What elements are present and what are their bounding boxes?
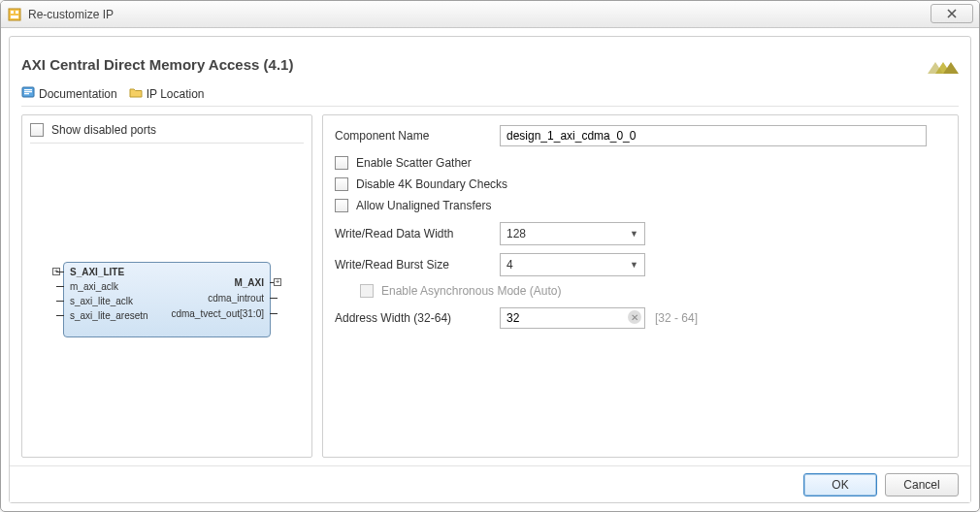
ok-button[interactable]: OK xyxy=(803,473,877,496)
show-disabled-ports-row: Show disabled ports xyxy=(30,123,304,144)
data-width-label: Write/Read Data Width xyxy=(335,227,500,240)
clear-icon[interactable]: ✕ xyxy=(628,310,641,324)
data-width-value: 128 xyxy=(506,227,526,240)
svg-rect-10 xyxy=(24,93,29,94)
disable-4k-row: Disable 4K Boundary Checks xyxy=(335,177,946,191)
folder-icon xyxy=(129,85,143,102)
component-name-label: Component Name xyxy=(335,129,500,143)
burst-size-label: Write/Read Burst Size xyxy=(335,258,500,272)
ip-block-preview: + S_AXI_LITE m_axi_aclk s_axi_lite_aclk … xyxy=(30,149,304,449)
xilinx-logo-icon xyxy=(928,48,959,80)
book-icon xyxy=(21,85,35,102)
documentation-link[interactable]: Documentation xyxy=(21,85,117,102)
titlebar: Re-customize IP xyxy=(1,1,979,28)
port-label: m_axi_aclk xyxy=(70,281,118,292)
enable-sg-label: Enable Scatter Gather xyxy=(356,156,472,170)
chevron-down-icon: ▼ xyxy=(630,260,638,270)
addr-width-hint: [32 - 64] xyxy=(655,311,698,325)
window-title: Re-customize IP xyxy=(28,8,114,21)
link-bar: Documentation IP Location xyxy=(21,85,959,107)
burst-size-row: Write/Read Burst Size 4 ▼ xyxy=(335,253,946,276)
port-label: s_axi_lite_aresetn xyxy=(70,310,148,321)
preview-pane: Show disabled ports + S_AXI_LITE m_axi_a… xyxy=(21,114,312,458)
svg-rect-2 xyxy=(16,11,18,14)
content-area: Show disabled ports + S_AXI_LITE m_axi_a… xyxy=(21,114,959,458)
component-name-input[interactable] xyxy=(500,125,927,146)
show-disabled-ports-checkbox[interactable] xyxy=(30,123,44,137)
enable-sg-row: Enable Scatter Gather xyxy=(335,156,946,170)
enable-sg-checkbox[interactable] xyxy=(335,156,348,170)
burst-size-select[interactable]: 4 ▼ xyxy=(500,253,645,276)
show-disabled-ports-label: Show disabled ports xyxy=(51,123,156,137)
documentation-label: Documentation xyxy=(39,87,117,101)
async-mode-checkbox xyxy=(360,284,374,298)
allow-unaligned-checkbox[interactable] xyxy=(335,199,348,212)
dialog-window: Re-customize IP AXI Central Direct Memor… xyxy=(0,0,980,512)
ip-location-link[interactable]: IP Location xyxy=(129,85,205,102)
burst-size-value: 4 xyxy=(506,258,513,272)
async-mode-row: Enable Asynchronous Mode (Auto) xyxy=(335,284,946,298)
svg-rect-9 xyxy=(24,91,32,92)
svg-rect-8 xyxy=(24,89,32,90)
data-width-row: Write/Read Data Width 128 ▼ xyxy=(335,222,946,245)
svg-rect-0 xyxy=(9,9,20,20)
async-mode-label: Enable Asynchronous Mode (Auto) xyxy=(381,284,561,298)
disable-4k-label: Disable 4K Boundary Checks xyxy=(356,177,507,191)
allow-unaligned-row: Allow Unaligned Transfers xyxy=(335,199,946,212)
svg-rect-1 xyxy=(11,11,14,14)
addr-width-input[interactable] xyxy=(500,307,645,329)
port-label: M_AXI xyxy=(234,277,264,288)
data-width-select[interactable]: 128 ▼ xyxy=(500,222,645,245)
component-name-row: Component Name xyxy=(335,125,946,146)
addr-width-row: Address Width (32-64) ✕ [32 - 64] xyxy=(335,307,946,329)
disable-4k-checkbox[interactable] xyxy=(335,177,348,191)
ip-block-symbol[interactable]: + S_AXI_LITE m_axi_aclk s_axi_lite_aclk … xyxy=(63,262,271,337)
header-row: AXI Central Direct Memory Access (4.1) xyxy=(21,48,959,85)
plus-icon: + xyxy=(274,278,281,286)
port-label: cdma_tvect_out[31:0] xyxy=(171,308,264,319)
allow-unaligned-label: Allow Unaligned Transfers xyxy=(356,199,491,212)
dialog-footer: OK Cancel xyxy=(10,465,970,502)
ok-label: OK xyxy=(832,478,848,492)
cancel-button[interactable]: Cancel xyxy=(885,473,959,496)
close-button[interactable] xyxy=(931,4,973,23)
chevron-down-icon: ▼ xyxy=(630,229,638,239)
svg-rect-3 xyxy=(11,16,18,18)
port-label: cdma_introut xyxy=(208,293,264,304)
config-pane: Component Name Enable Scatter Gather Dis… xyxy=(322,114,959,458)
cancel-label: Cancel xyxy=(903,478,939,492)
app-icon xyxy=(7,7,22,22)
addr-width-label: Address Width (32-64) xyxy=(335,311,500,325)
dialog-body: AXI Central Direct Memory Access (4.1) D… xyxy=(9,36,971,503)
ip-title: AXI Central Direct Memory Access (4.1) xyxy=(21,56,293,73)
ip-location-label: IP Location xyxy=(147,87,205,101)
port-label: S_AXI_LITE xyxy=(70,267,124,277)
port-label: s_axi_lite_aclk xyxy=(70,296,133,306)
